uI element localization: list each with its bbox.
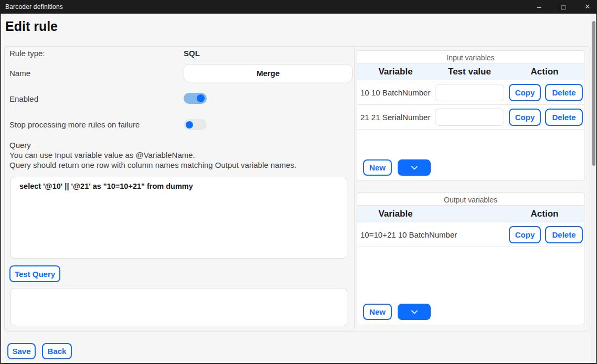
toggle-knob-icon <box>197 94 205 102</box>
query-help-line2: Query should return one row with column … <box>9 160 296 169</box>
enabled-toggle[interactable] <box>184 93 207 104</box>
query-help-line1: You can use Input variable value as @Var… <box>9 151 195 159</box>
variable-name: 21 21 SerialNumber <box>360 105 430 130</box>
save-button[interactable]: Save <box>7 343 36 359</box>
output-variables-header: Variable Action <box>357 205 584 222</box>
scrollbar-thumb[interactable] <box>592 21 595 166</box>
query-label: Query <box>9 141 31 149</box>
copy-button[interactable]: Copy <box>509 84 541 101</box>
delete-button[interactable]: Delete <box>545 84 583 101</box>
copy-button[interactable]: Copy <box>509 226 541 243</box>
chevron-down-icon <box>411 310 418 314</box>
output-variables-footer: New <box>357 304 584 320</box>
output-variable-dropdown-button[interactable] <box>398 304 431 320</box>
toggle-knob-icon <box>186 121 193 129</box>
input-variables-title: Input variables <box>357 51 584 63</box>
input-variables-footer: New <box>357 159 584 176</box>
delete-button[interactable]: Delete <box>545 109 583 126</box>
column-header-variable: Variable <box>357 206 434 223</box>
input-variable-dropdown-button[interactable] <box>398 159 431 176</box>
column-header-variable: Variable <box>357 63 434 81</box>
query-textarea[interactable]: select '@10' || '@21' as "10=10+21" from… <box>10 177 347 259</box>
column-header-action: Action <box>505 206 584 223</box>
maximize-icon[interactable]: ▢ <box>558 0 569 14</box>
chevron-down-icon <box>411 166 418 170</box>
variable-name: 10 10 BatchNumber <box>360 80 430 105</box>
input-variables-panel: Input variables Variable Test value Acti… <box>357 50 584 181</box>
delete-button[interactable]: Delete <box>545 226 583 243</box>
window-controls: – ▢ ✕ <box>534 0 593 14</box>
rule-type-label: Rule type: <box>9 49 45 58</box>
minimize-icon[interactable]: – <box>534 0 545 14</box>
new-input-variable-button[interactable]: New <box>363 159 392 176</box>
name-input[interactable] <box>184 64 353 82</box>
stop-on-failure-label: Stop processing more rules on failure <box>9 120 140 129</box>
output-variables-panel: Output variables Variable Action 10=10+2… <box>357 192 584 325</box>
table-row: 21 21 SerialNumber Copy Delete <box>357 105 584 130</box>
enabled-label: Enabled <box>9 94 38 103</box>
variable-name: 10=10+21 10 BatchNumber <box>360 222 457 247</box>
query-result-textarea[interactable] <box>10 288 347 326</box>
table-row: 10=10+21 10 BatchNumber Copy Delete <box>357 222 584 247</box>
column-header-test-value: Test value <box>434 63 505 81</box>
rule-type-value: SQL <box>184 49 200 58</box>
test-value-input[interactable] <box>435 84 504 101</box>
table-row: 10 10 BatchNumber Copy Delete <box>357 80 584 105</box>
input-variables-header: Variable Test value Action <box>357 63 584 80</box>
close-icon[interactable]: ✕ <box>582 0 593 14</box>
page-title: Edit rule <box>5 19 58 34</box>
copy-button[interactable]: Copy <box>509 109 541 126</box>
name-label: Name <box>9 69 30 78</box>
test-value-input[interactable] <box>435 109 504 126</box>
title-bar: Barcoder definitions – ▢ ✕ <box>0 0 597 14</box>
new-output-variable-button[interactable]: New <box>363 304 392 320</box>
test-query-button[interactable]: Test Query <box>9 265 60 282</box>
window-title: Barcoder definitions <box>5 3 63 10</box>
back-button[interactable]: Back <box>42 343 72 359</box>
stop-on-failure-toggle[interactable] <box>184 119 207 130</box>
column-header-action: Action <box>505 63 584 81</box>
output-variables-title: Output variables <box>357 193 584 205</box>
